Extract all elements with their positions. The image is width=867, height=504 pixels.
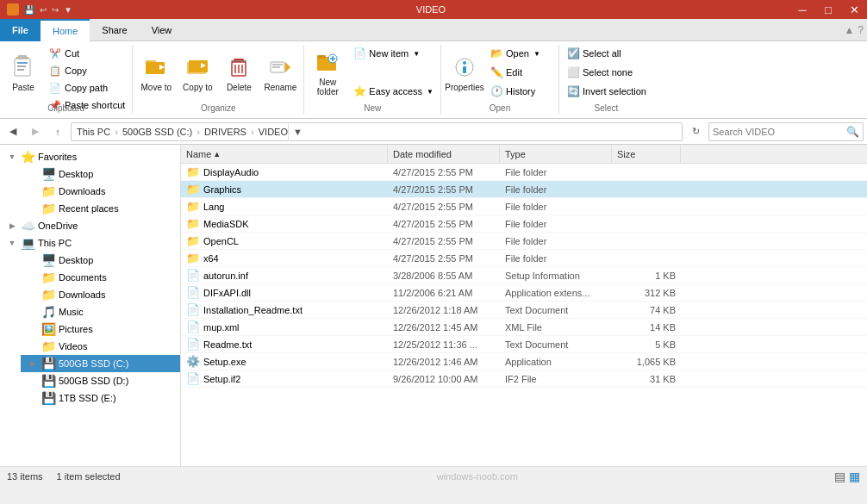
file-icon: 📄 xyxy=(186,303,200,316)
easy-access-label: Easy access xyxy=(369,86,422,96)
table-row[interactable]: 📁 OpenCL 4/27/2015 2:55 PM File folder xyxy=(181,233,867,250)
search-input[interactable] xyxy=(713,127,846,137)
paste-button[interactable]: Paste xyxy=(3,45,43,100)
ribbon-minimize[interactable]: ▲ xyxy=(844,24,854,36)
sidebar-item-favorites[interactable]: ▼ ⭐ Favorites xyxy=(0,148,180,165)
refresh-button[interactable]: ↻ xyxy=(686,122,705,141)
table-row[interactable]: 📁 Graphics 4/27/2015 2:55 PM File folder xyxy=(181,181,867,198)
pictures-icon: 🖼️ xyxy=(41,322,55,336)
file-name: Lang xyxy=(203,202,224,212)
view-grid-button[interactable]: ▦ xyxy=(849,470,860,483)
select-all-button[interactable]: ☑️ Select all xyxy=(563,45,650,62)
cell-date: 4/27/2015 2:55 PM xyxy=(388,236,500,246)
copy-to-label: Copy to xyxy=(183,83,212,92)
thispc-icon: 💻 xyxy=(21,236,34,250)
close-button[interactable]: ✕ xyxy=(841,0,867,19)
sidebar-item-onedrive[interactable]: ▶ ☁️ OneDrive xyxy=(0,217,180,234)
status-right: ▤ ▦ xyxy=(834,470,860,483)
ribbon-help[interactable]: ? xyxy=(858,24,864,36)
sidebar-item-videos[interactable]: 📁 Videos xyxy=(21,338,180,355)
sidebar-item-pictures[interactable]: 🖼️ Pictures xyxy=(21,320,180,338)
back-button[interactable]: ◀ xyxy=(3,122,22,141)
sidebar-item-documents[interactable]: 📁 Documents xyxy=(21,269,180,286)
new-folder-icon xyxy=(314,48,341,76)
status-left: 13 items 1 item selected xyxy=(7,471,121,482)
properties-button[interactable]: Properties xyxy=(445,45,484,100)
cell-type: Text Document xyxy=(500,305,612,315)
select-none-button[interactable]: ⬜ Select none xyxy=(563,64,650,81)
up-button[interactable]: ↑ xyxy=(48,122,67,141)
history-button[interactable]: 🕐 History xyxy=(486,83,555,100)
qat-undo[interactable]: ↩ xyxy=(40,5,47,15)
svg-rect-10 xyxy=(189,60,208,72)
sidebar-item-downloads[interactable]: 📁 Downloads xyxy=(21,183,180,200)
sidebar-item-thispc[interactable]: ▼ 💻 This PC xyxy=(0,234,180,252)
table-row[interactable]: 📁 x64 4/27/2015 2:55 PM File folder xyxy=(181,250,867,267)
qat-redo[interactable]: ↪ xyxy=(52,5,59,15)
table-row[interactable]: 📄 Setup.if2 9/26/2012 10:00 AM IF2 File … xyxy=(181,370,867,388)
search-box[interactable]: 🔍 xyxy=(708,122,864,141)
tab-share[interactable]: Share xyxy=(90,19,139,41)
sidebar-item-desktop2[interactable]: 🖥️ Desktop xyxy=(21,252,180,269)
path-dropdown[interactable]: ▼ xyxy=(288,122,307,141)
table-row[interactable]: 📄 DIFxAPI.dll 11/2/2006 6:21 AM Applicat… xyxy=(181,284,867,302)
table-row[interactable]: 📄 Installation_Readme.txt 12/26/2012 1:1… xyxy=(181,302,867,319)
file-list: Name ▲ Date modified Type Size 📁 Display… xyxy=(181,145,867,466)
open-button[interactable]: 📂 Open ▼ xyxy=(486,45,555,62)
tab-view[interactable]: View xyxy=(140,19,184,41)
copy-path-button[interactable]: 📄 Copy path xyxy=(45,79,128,96)
new-item-button[interactable]: 📄 New item ▼ xyxy=(349,45,437,62)
cell-size: 1,065 KB xyxy=(612,357,681,367)
easy-access-button[interactable]: ⭐ Easy access ▼ xyxy=(349,83,437,100)
new-folder-button[interactable]: New folder xyxy=(308,45,347,100)
sidebar-item-recent[interactable]: 📁 Recent places xyxy=(21,200,180,217)
cell-date: 11/2/2006 6:21 AM xyxy=(388,288,500,298)
col-header-date[interactable]: Date modified xyxy=(388,145,500,163)
maximize-button[interactable]: □ xyxy=(815,0,841,19)
favorites-expand: ▼ xyxy=(7,152,17,162)
minimize-button[interactable]: ─ xyxy=(789,0,815,19)
cell-size: 5 KB xyxy=(612,339,681,350)
delete-button[interactable]: Delete xyxy=(219,45,259,100)
cell-type: Application extens... xyxy=(500,288,612,298)
rename-button[interactable]: Rename xyxy=(260,45,300,100)
sidebar-item-e-drive[interactable]: 💾 1TB SSD (E:) xyxy=(21,389,180,407)
table-row[interactable]: 📁 Lang 4/27/2015 2:55 PM File folder xyxy=(181,198,867,215)
sort-arrow: ▲ xyxy=(213,150,221,159)
sidebar-item-d-drive[interactable]: 💾 500GB SSD (D:) xyxy=(21,372,180,389)
qat-save[interactable]: 💾 xyxy=(24,5,34,15)
cell-name: 📄 Readme.txt xyxy=(181,338,388,351)
move-to-button[interactable]: Move to xyxy=(136,45,176,100)
col-header-type[interactable]: Type xyxy=(500,145,612,163)
cut-button[interactable]: ✂️ Cut xyxy=(45,45,128,62)
desktop2-icon: 🖥️ xyxy=(41,253,55,267)
new-stack: 📄 New item ▼ ⭐ Easy access ▼ xyxy=(349,45,437,100)
sidebar-item-music[interactable]: 🎵 Music xyxy=(21,303,180,320)
sidebar-item-downloads2[interactable]: 📁 Downloads xyxy=(21,286,180,303)
folder-icon: 📁 xyxy=(186,200,200,213)
sidebar-item-c-drive[interactable]: ▶ 💾 500GB SSD (C:) xyxy=(21,355,180,372)
cell-type: Application xyxy=(500,357,612,367)
forward-button[interactable]: ▶ xyxy=(26,122,45,141)
edit-button[interactable]: ✏️ Edit xyxy=(486,64,555,81)
address-path[interactable]: This PC › 500GB SSD (C:) › DRIVERS › VID… xyxy=(71,122,683,141)
table-row[interactable]: 📁 DisplayAudio 4/27/2015 2:55 PM File fo… xyxy=(181,164,867,181)
col-header-name[interactable]: Name ▲ xyxy=(181,145,388,163)
qat-dropdown[interactable]: ▼ xyxy=(64,5,72,15)
folder-icon: 📁 xyxy=(186,217,200,230)
copy-button[interactable]: 📋 Copy xyxy=(45,62,128,79)
table-row[interactable]: 📁 MediaSDK 4/27/2015 2:55 PM File folder xyxy=(181,215,867,233)
col-header-size[interactable]: Size xyxy=(612,145,681,163)
tab-home[interactable]: Home xyxy=(41,19,90,41)
sidebar-item-desktop[interactable]: 🖥️ Desktop xyxy=(21,165,180,183)
table-row[interactable]: 📄 mup.xml 12/26/2012 1:45 AM XML File 14… xyxy=(181,319,867,336)
view-list-button[interactable]: ▤ xyxy=(834,470,845,483)
title-bar-left: 💾 ↩ ↪ ▼ xyxy=(7,3,72,16)
tab-file[interactable]: File xyxy=(0,19,41,41)
copy-to-button[interactable]: Copy to xyxy=(178,45,217,100)
table-row[interactable]: ⚙️ Setup.exe 12/26/2012 1:46 AM Applicat… xyxy=(181,353,867,370)
table-row[interactable]: 📄 autorun.inf 3/28/2006 8:55 AM Setup In… xyxy=(181,267,867,284)
svg-marker-21 xyxy=(285,62,290,72)
invert-selection-button[interactable]: 🔄 Invert selection xyxy=(563,83,650,100)
table-row[interactable]: 📄 Readme.txt 12/25/2012 11:36 ... Text D… xyxy=(181,336,867,353)
